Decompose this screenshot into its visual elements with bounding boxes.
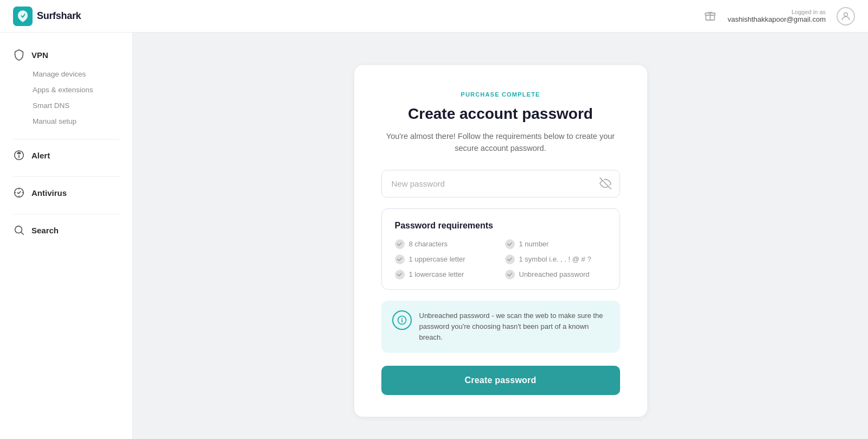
shield-icon bbox=[13, 49, 25, 61]
sidebar-section-alert: Alert bbox=[0, 144, 132, 167]
req-lowercase: 1 lowercase letter bbox=[395, 270, 496, 279]
main-layout: VPN Manage devices Apps & extensions Sma… bbox=[0, 33, 868, 439]
sidebar-alert-label: Alert bbox=[31, 151, 50, 160]
user-email: vashishthakkapoor@gmail.com bbox=[727, 15, 826, 23]
req-check-uppercase bbox=[395, 255, 405, 264]
req-8-characters: 8 characters bbox=[395, 239, 496, 249]
password-input-wrap bbox=[381, 170, 620, 198]
sidebar-item-alert[interactable]: Alert bbox=[0, 144, 132, 167]
info-banner: Unbreached password - we scan the web to… bbox=[381, 301, 620, 353]
sidebar-divider-2 bbox=[13, 176, 119, 177]
info-icon bbox=[392, 310, 412, 330]
svg-point-8 bbox=[15, 226, 22, 233]
requirements-grid: 8 characters 1 number bbox=[395, 239, 607, 279]
user-avatar[interactable] bbox=[837, 7, 855, 26]
req-uppercase: 1 uppercase letter bbox=[395, 255, 496, 264]
sidebar-vpn-label: VPN bbox=[31, 50, 48, 60]
req-check-8-characters bbox=[395, 239, 405, 249]
logo-text: Surfshark bbox=[37, 10, 81, 22]
req-unbreached: Unbreached password bbox=[505, 270, 607, 279]
req-check-symbol bbox=[505, 255, 515, 264]
sidebar-search-label: Search bbox=[31, 226, 59, 235]
req-label-uppercase: 1 uppercase letter bbox=[409, 255, 465, 263]
req-label-8-characters: 8 characters bbox=[409, 240, 448, 248]
create-password-card: PURCHASE COMPLETE Create account passwor… bbox=[354, 65, 647, 417]
info-text: Unbreached password - we scan the web to… bbox=[419, 310, 609, 343]
topbar-right: Logged in as vashishthakkapoor@gmail.com bbox=[704, 7, 855, 26]
sidebar-sub-manual-setup[interactable]: Manual setup bbox=[0, 113, 132, 129]
surfshark-logo-icon bbox=[13, 7, 33, 26]
requirements-title: Password requirements bbox=[395, 221, 607, 231]
req-label-lowercase: 1 lowercase letter bbox=[409, 270, 464, 278]
sidebar-divider-1 bbox=[13, 139, 119, 139]
requirements-card: Password requirements 8 characters bbox=[381, 208, 620, 290]
gift-icon[interactable] bbox=[704, 9, 717, 24]
sidebar-section-antivirus: Antivirus bbox=[0, 181, 132, 204]
alert-icon bbox=[13, 149, 25, 161]
req-1-number: 1 number bbox=[505, 239, 607, 249]
req-symbol: 1 symbol i.e. , . ! @ # ? bbox=[505, 255, 607, 264]
req-label-1-number: 1 number bbox=[519, 240, 549, 248]
svg-point-3 bbox=[844, 12, 848, 16]
sidebar-item-search[interactable]: Search bbox=[0, 219, 132, 241]
search-icon bbox=[13, 224, 25, 236]
create-password-button[interactable]: Create password bbox=[381, 366, 620, 395]
purchase-badge: PURCHASE COMPLETE bbox=[381, 91, 620, 98]
sidebar-item-vpn[interactable]: VPN bbox=[0, 43, 132, 66]
logo: Surfshark bbox=[13, 7, 81, 26]
sidebar-section-search: Search bbox=[0, 219, 132, 241]
req-check-lowercase bbox=[395, 270, 405, 279]
svg-point-12 bbox=[401, 318, 402, 319]
sidebar-section-vpn: VPN Manage devices Apps & extensions Sma… bbox=[0, 43, 132, 129]
card-title: Create account password bbox=[381, 105, 620, 123]
logged-in-as-label: Logged in as bbox=[792, 9, 826, 15]
sidebar: VPN Manage devices Apps & extensions Sma… bbox=[0, 33, 133, 439]
sidebar-antivirus-label: Antivirus bbox=[31, 188, 67, 198]
sidebar-sub-apps-extensions[interactable]: Apps & extensions bbox=[0, 82, 132, 98]
toggle-password-button[interactable] bbox=[599, 177, 611, 189]
sidebar-item-antivirus[interactable]: Antivirus bbox=[0, 181, 132, 204]
req-label-unbreached: Unbreached password bbox=[519, 270, 590, 278]
card-subtitle: You're almost there! Follow the requirem… bbox=[381, 130, 620, 155]
sidebar-sub-manage-devices[interactable]: Manage devices bbox=[0, 66, 132, 82]
req-check-1-number bbox=[505, 239, 515, 249]
sidebar-divider-3 bbox=[13, 214, 119, 214]
req-check-unbreached bbox=[505, 270, 515, 279]
sidebar-sub-smart-dns[interactable]: Smart DNS bbox=[0, 98, 132, 113]
user-info: Logged in as vashishthakkapoor@gmail.com bbox=[727, 9, 826, 23]
req-label-symbol: 1 symbol i.e. , . ! @ # ? bbox=[519, 255, 591, 263]
main-content: PURCHASE COMPLETE Create account passwor… bbox=[133, 33, 868, 439]
new-password-input[interactable] bbox=[381, 170, 620, 198]
topbar: Surfshark Logged in as vashishthakkapoor… bbox=[0, 0, 868, 33]
antivirus-icon bbox=[13, 187, 25, 199]
